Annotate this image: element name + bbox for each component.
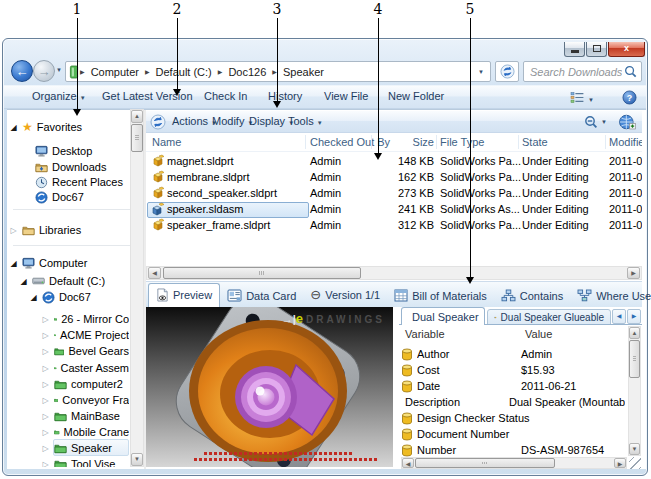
- column-header-name[interactable]: Name: [152, 136, 181, 148]
- sidebar-item-folder-speaker[interactable]: ▷ Speaker: [7, 440, 129, 456]
- sidebar-item-doc67-favorite[interactable]: Doc67: [7, 189, 129, 205]
- breadcrumb-item-computer[interactable]: Computer: [86, 66, 144, 78]
- column-header-size[interactable]: Size: [376, 136, 434, 148]
- address-dropdown-icon[interactable]: ▼: [478, 69, 487, 75]
- sidebar-item-folder-mainbase[interactable]: ▷ MainBase: [7, 408, 129, 424]
- scroll-left-button[interactable]: ◀: [148, 267, 161, 279]
- scrollbar-thumb[interactable]: [629, 340, 640, 378]
- file-name[interactable]: second_speaker.sldprt: [167, 187, 277, 199]
- sidebar-item-folder-computer2[interactable]: ▷ computer2: [7, 376, 129, 392]
- expander-icon[interactable]: ▷: [41, 364, 50, 373]
- sidebar-item-computer[interactable]: ◢ Computer: [7, 255, 129, 271]
- column-separator[interactable]: [605, 135, 606, 149]
- scroll-up-button[interactable]: ▲: [629, 327, 640, 339]
- file-name[interactable]: magnet.sldprt: [167, 155, 234, 167]
- new-folder-button[interactable]: New Folder: [388, 90, 444, 102]
- change-view-button[interactable]: ▼: [570, 91, 594, 104]
- tab-version[interactable]: ⊖ Version 1/1: [303, 283, 387, 307]
- search-files-icon[interactable]: [584, 115, 598, 129]
- value-column-header[interactable]: Value: [525, 328, 552, 340]
- tools-menu[interactable]: Tools ▼: [288, 115, 323, 127]
- sidebar-item-favorites[interactable]: ◢ ★ Favorites: [7, 119, 129, 135]
- sidebar-item-folder-acme[interactable]: ▷ ACME Project: [7, 327, 129, 343]
- scrollbar-thumb[interactable]: [415, 458, 555, 468]
- close-button[interactable]: x: [608, 42, 645, 57]
- preview-pane[interactable]: →|e DRAWINGS: [146, 307, 393, 467]
- breadcrumb-item-speaker[interactable]: Speaker: [278, 66, 329, 78]
- scroll-left-button[interactable]: ◀: [402, 458, 414, 468]
- tab-bill-of-materials[interactable]: Bill of Materials: [387, 285, 494, 307]
- tab-contains[interactable]: Contains: [494, 285, 570, 307]
- actions-menu[interactable]: Actions ▼: [172, 115, 217, 127]
- check-in-button[interactable]: Check In: [204, 90, 247, 102]
- expander-icon[interactable]: ▷: [41, 396, 50, 405]
- column-separator[interactable]: [371, 135, 372, 149]
- sidebar-item-folder-tool-vise[interactable]: ▷ Tool Vise: [7, 456, 129, 467]
- column-separator[interactable]: [305, 135, 306, 149]
- window-resize-grip[interactable]: [629, 457, 641, 469]
- tab-data-card[interactable]: Data Card: [220, 285, 303, 307]
- sidebar-item-folder-bevel-gears[interactable]: ▷ Bevel Gears: [7, 343, 129, 359]
- sidebar-item-libraries[interactable]: ▷ Libraries: [7, 222, 129, 238]
- variable-column-header[interactable]: Variable: [405, 328, 445, 340]
- forward-button[interactable]: →: [33, 60, 55, 82]
- sidebar-item-doc67-vault[interactable]: ◢ Doc67: [7, 289, 129, 305]
- tab-preview[interactable]: Preview: [148, 283, 220, 307]
- expander-icon[interactable]: ▷: [41, 380, 50, 389]
- sidebar-item-desktop[interactable]: Desktop: [7, 143, 129, 159]
- card-tab-prev-button[interactable]: ◀: [612, 309, 626, 324]
- file-row-speaker-frame[interactable]: speaker_frame.sldprt Admin 312 KB SolidW…: [146, 218, 642, 234]
- file-row-second-speaker[interactable]: second_speaker.sldprt Admin 273 KB Solid…: [146, 186, 642, 202]
- breadcrumb-item-doc126[interactable]: Doc126: [223, 66, 271, 78]
- card-h-scrollbar[interactable]: ◀ ▶: [401, 457, 627, 469]
- scroll-down-button[interactable]: ▼: [131, 453, 143, 466]
- scroll-right-button[interactable]: ▶: [627, 267, 640, 279]
- scrollbar-thumb[interactable]: [163, 267, 361, 279]
- breadcrumb-item-drive[interactable]: Default (C:): [151, 66, 217, 78]
- sidebar-item-folder-conveyor[interactable]: ▷ Conveyor Fra: [7, 392, 129, 408]
- expander-icon[interactable]: ▷: [41, 347, 50, 356]
- expander-icon[interactable]: ▷: [41, 412, 50, 421]
- sidebar-item-drive-c[interactable]: ◢ Default (C:): [7, 273, 129, 289]
- column-separator[interactable]: [436, 135, 437, 149]
- help-button[interactable]: [622, 90, 637, 105]
- nav-history-dropdown-icon[interactable]: ▼: [56, 67, 62, 73]
- column-header-modified[interactable]: Modified: [609, 136, 642, 148]
- card-tab-next-button[interactable]: ▶: [627, 309, 641, 324]
- search-dropdown-icon[interactable]: ▼: [601, 119, 607, 125]
- file-name[interactable]: speaker_frame.sldprt: [167, 219, 270, 231]
- expander-icon[interactable]: ◢: [19, 277, 28, 286]
- card-v-scrollbar[interactable]: ▲ ▼: [628, 326, 641, 456]
- column-header-state[interactable]: State: [522, 136, 548, 148]
- modify-menu[interactable]: Modify ▼: [212, 115, 253, 127]
- sidebar-item-folder-caster[interactable]: ▷ Caster Assem: [7, 360, 129, 376]
- sidebar-item-folder-mobile-crane[interactable]: ▷ Mobile Crane: [7, 424, 129, 440]
- file-name[interactable]: speaker.sldasm: [167, 203, 243, 215]
- file-row-speaker-selected[interactable]: speaker.sldasm Admin 241 KB SolidWorks A…: [146, 202, 642, 218]
- sidebar-item-folder-26-mirror[interactable]: ▷ 26 - Mirror Co: [7, 311, 129, 327]
- search-input[interactable]: [528, 65, 624, 79]
- view-file-button[interactable]: View File: [324, 90, 368, 102]
- breadcrumb[interactable]: ▶ Computer ▶ Default (C:) ▶ Doc126 ▶ Spe…: [65, 61, 491, 82]
- expander-icon[interactable]: ▷: [41, 444, 50, 453]
- expander-icon[interactable]: ▷: [9, 226, 18, 235]
- search-box[interactable]: [523, 61, 642, 82]
- sidebar-item-recent-places[interactable]: Recent Places: [7, 174, 129, 190]
- filelist-h-scrollbar[interactable]: ◀ ▶: [146, 266, 642, 280]
- file-name[interactable]: membrane.sldprt: [167, 171, 250, 183]
- tab-where-used[interactable]: Where Used: [570, 285, 651, 307]
- expander-icon[interactable]: ◢: [9, 123, 18, 132]
- vault-view-icon[interactable]: [618, 113, 636, 131]
- scroll-right-button[interactable]: ▶: [614, 458, 626, 468]
- file-row-membrane[interactable]: membrane.sldprt Admin 162 KB SolidWorks …: [146, 170, 642, 186]
- expander-icon[interactable]: ▷: [41, 460, 50, 468]
- file-row-magnet[interactable]: magnet.sldprt Admin 148 KB SolidWorks Pa…: [146, 154, 642, 170]
- scroll-up-button[interactable]: ▲: [131, 110, 143, 123]
- maximize-button[interactable]: [586, 42, 607, 57]
- column-separator[interactable]: [518, 135, 519, 149]
- sidebar-scrollbar[interactable]: ▲ ▼: [130, 109, 144, 467]
- sidebar-item-downloads[interactable]: Downloads: [7, 159, 129, 175]
- tab-dual-speaker[interactable]: Dual Speaker: [401, 307, 485, 325]
- expander-icon[interactable]: ▷: [41, 331, 50, 340]
- minimize-button[interactable]: [564, 42, 585, 57]
